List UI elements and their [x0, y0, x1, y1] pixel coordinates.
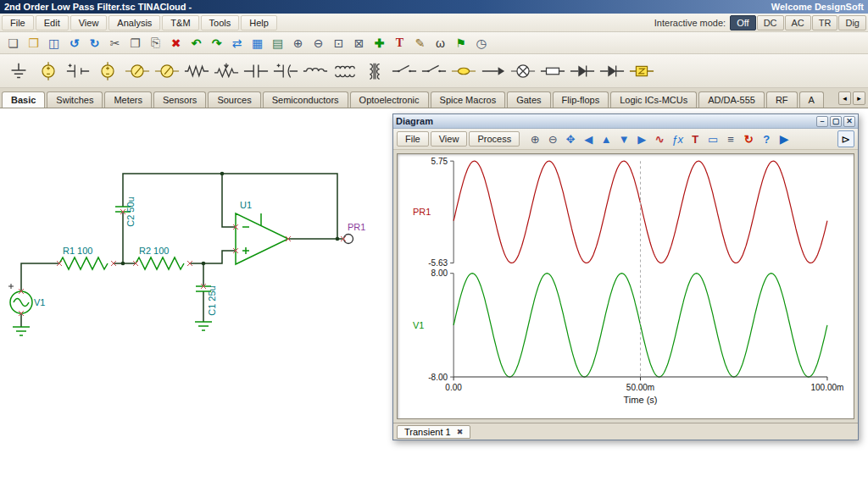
current-arrow-icon[interactable] [479, 58, 507, 85]
add-part-icon[interactable]: ✚ [370, 34, 389, 53]
analysis-menu[interactable]: Analysis [108, 15, 160, 30]
waveform-icon[interactable]: ∿ [651, 130, 668, 147]
ammeter-icon[interactable] [153, 58, 181, 85]
jumper-icon[interactable] [449, 58, 477, 85]
copy-icon[interactable]: ❐ [125, 34, 145, 53]
zoom-out-icon[interactable]: ⊖ [309, 34, 328, 53]
resistor-icon[interactable] [182, 58, 210, 85]
zoom-fit-icon[interactable]: ✥ [562, 130, 579, 147]
inductor-icon[interactable] [301, 58, 329, 85]
diode-icon[interactable] [568, 58, 596, 85]
potentiometer-icon[interactable] [212, 58, 240, 85]
switch-icon[interactable] [390, 58, 418, 85]
rotate-right-icon[interactable]: ↷ [207, 34, 226, 53]
rotate-left-icon[interactable]: ↶ [186, 34, 206, 53]
pencil-icon[interactable]: ✎ [410, 34, 430, 53]
help-menu[interactable]: Help [241, 15, 277, 30]
dock-icon[interactable]: ⊳ [837, 130, 854, 147]
coupled-inductors-icon[interactable] [331, 58, 359, 85]
resistor-r2[interactable] [136, 257, 184, 269]
tab-spice-macros[interactable]: Spice Macros [431, 91, 506, 108]
tab-semiconductors[interactable]: Semiconductors [263, 91, 348, 108]
transient-tab[interactable]: Transient 1 ✖ [397, 425, 470, 439]
tab-rf[interactable]: RF [766, 91, 798, 108]
circuit-schematic[interactable]: V1 R1 100 R2 100 C2 50u C1 25u U1 PR1 [0, 108, 398, 487]
diagram-process-menu[interactable]: Process [469, 131, 520, 147]
zoom-in-icon[interactable]: ⊕ [288, 34, 308, 53]
diagram-title-bar[interactable]: Diagram –▢✕ [393, 114, 858, 129]
voltmeter-icon[interactable] [123, 58, 151, 85]
tab-gates[interactable]: Gates [507, 91, 550, 108]
file-menu[interactable]: File [2, 15, 34, 30]
zoom-in-icon[interactable]: ⊕ [526, 130, 543, 147]
grid-icon[interactable]: ▦ [248, 34, 267, 53]
history-icon[interactable]: ◷ [471, 34, 491, 53]
transformer-icon[interactable] [360, 58, 388, 85]
tab-meters[interactable]: Meters [104, 91, 152, 108]
tm-menu[interactable]: T&M [162, 15, 198, 30]
new-file-icon[interactable]: ❏ [3, 34, 23, 53]
diagram-window[interactable]: Diagram –▢✕ FileViewProcess ⊕ [392, 113, 859, 440]
transient-plots[interactable]: 5.75-5.63PR18.00-8.00V10.0050.00m100.00m… [398, 154, 854, 418]
tab-sensors[interactable]: Sensors [153, 91, 206, 108]
mirror-icon[interactable]: ⇄ [227, 34, 247, 53]
edit-menu[interactable]: Edit [36, 15, 69, 30]
pan-right-icon[interactable]: ▶ [633, 130, 650, 147]
diagram-file-menu[interactable]: File [397, 131, 429, 147]
current-source-icon[interactable] [93, 58, 121, 85]
voltage-source-icon[interactable] [34, 58, 62, 85]
mode-dc[interactable]: DC [757, 15, 784, 30]
tab-basic[interactable]: Basic [2, 91, 45, 108]
pan-up-icon[interactable]: ▲ [598, 130, 615, 147]
text-tool-icon[interactable]: T [687, 130, 704, 147]
relay-switch-icon[interactable] [420, 58, 448, 85]
pan-down-icon[interactable]: ▼ [615, 130, 632, 147]
tab-close-icon[interactable]: ✖ [457, 428, 464, 436]
tab-flip-flops[interactable]: Flip-flops [553, 91, 609, 108]
probe-flag-icon[interactable]: ⚑ [451, 34, 470, 53]
view-menu[interactable]: View [70, 15, 108, 30]
pan-left-icon[interactable]: ◀ [580, 130, 597, 147]
opamp-u1[interactable] [236, 213, 288, 264]
omega-tool-icon[interactable]: ω [431, 34, 450, 53]
plot-area[interactable]: 5.75-5.63PR18.00-8.00V10.0050.00m100.00m… [397, 153, 854, 419]
lamp-icon[interactable] [509, 58, 537, 85]
tab-logic-ics-mcus[interactable]: Logic ICs-MCUs [610, 91, 697, 108]
delete-icon[interactable]: ✖ [166, 34, 186, 53]
mode-tr[interactable]: TR [812, 15, 838, 30]
led-icon[interactable] [598, 58, 626, 85]
legend-icon[interactable]: ≡ [722, 130, 739, 147]
minimize-button[interactable]: – [816, 116, 828, 127]
tab-switches[interactable]: Switches [47, 91, 103, 108]
close-button[interactable]: ✕ [843, 116, 855, 127]
schematic-editor-canvas[interactable]: V1 R1 100 R2 100 C2 50u C1 25u U1 PR1 Di… [0, 108, 868, 487]
spreadsheet-icon[interactable]: ▤ [268, 34, 287, 53]
tools-menu[interactable]: Tools [201, 15, 240, 30]
battery-icon[interactable] [64, 58, 92, 85]
refresh-icon[interactable]: ↻ [740, 130, 757, 147]
resistor-r1[interactable] [59, 257, 108, 269]
text-tool-icon[interactable]: T [390, 34, 409, 53]
impedance-icon[interactable] [627, 58, 655, 85]
maximize-button[interactable]: ▢ [830, 116, 842, 127]
zoom-out-icon[interactable]: ⊖ [544, 130, 561, 147]
ground-icon[interactable] [4, 58, 32, 85]
voltage-generator-v1[interactable] [10, 291, 32, 313]
redo-icon[interactable]: ↻ [85, 34, 104, 53]
mode-off[interactable]: Off [730, 15, 755, 30]
ground-symbols[interactable] [13, 322, 212, 335]
tabs-scroll-right-button[interactable]: ▸ [853, 91, 865, 105]
annotation-icon[interactable]: ▭ [704, 130, 721, 147]
tabs-scroll-left-button[interactable]: ◂ [838, 91, 851, 105]
title-bar[interactable]: 2nd Order Low Pass Filter.tsc TINACloud … [0, 0, 868, 14]
undo-icon[interactable]: ↺ [64, 34, 84, 53]
zoom-100-icon[interactable]: ⊠ [349, 34, 369, 53]
zoom-window-icon[interactable]: ⊡ [329, 34, 348, 53]
mode-ac[interactable]: AC [785, 15, 811, 30]
mode-dig[interactable]: Dig [838, 15, 866, 30]
cut-icon[interactable]: ✂ [105, 34, 125, 53]
capacitor-icon[interactable] [242, 58, 270, 85]
diagram-view-menu[interactable]: View [431, 131, 468, 147]
tab-sources[interactable]: Sources [208, 91, 260, 108]
tab-optoelectronic[interactable]: Optoelectronic [350, 91, 429, 108]
